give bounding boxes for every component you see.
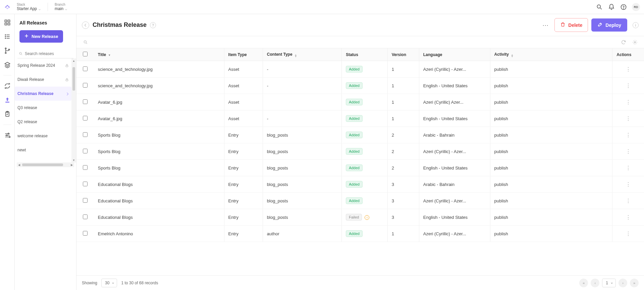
refresh-icon[interactable] — [620, 39, 627, 46]
dashboard-icon[interactable] — [4, 19, 11, 26]
row-actions-button[interactable]: ⋮ — [612, 61, 644, 78]
column-item-type[interactable]: Item Type — [224, 48, 263, 61]
scroll-right-arrow-icon[interactable]: ▶ — [69, 162, 74, 167]
page-number-select[interactable]: 1 — [602, 279, 616, 287]
row-checkbox[interactable] — [83, 66, 88, 71]
table-row: Educational BlogsEntryblog_postsAdded3Ar… — [76, 176, 644, 193]
column-version[interactable]: Version — [387, 48, 419, 61]
release-item[interactable]: welcome release — [15, 129, 71, 143]
fail-info-icon[interactable]: i — [365, 215, 369, 220]
cell-version: 1 — [387, 110, 419, 127]
table-row: Avatar_6.jpgAsset-Added1English - United… — [76, 110, 644, 127]
new-release-button[interactable]: New Release — [19, 30, 63, 43]
delete-button[interactable]: Delete — [554, 18, 588, 32]
release-item[interactable]: Q3 release — [15, 101, 71, 115]
more-actions-button[interactable]: ⋯ — [540, 21, 551, 29]
clipboard-icon[interactable] — [4, 110, 11, 118]
app-logo-icon[interactable] — [4, 4, 11, 10]
row-actions-button[interactable]: ⋮ — [612, 176, 644, 193]
row-checkbox[interactable] — [83, 182, 88, 186]
release-item[interactable]: Diwali Release — [15, 72, 71, 87]
scroll-left-arrow-icon[interactable]: ◀ — [17, 162, 21, 167]
first-page-button[interactable]: « — [579, 279, 588, 287]
scrollbar-horizontal[interactable]: ◀ ▶ — [17, 162, 74, 167]
table-row: Emelrich AntoninoEntryauthorAdded1Azeri … — [76, 226, 644, 242]
column-activity[interactable]: Activity▲▼ — [490, 48, 612, 61]
column-status[interactable]: Status — [342, 48, 387, 61]
stack-selector[interactable]: Stack Starter App — [17, 3, 48, 11]
list-icon[interactable] — [4, 33, 11, 40]
row-actions-button[interactable]: ⋮ — [612, 78, 644, 94]
row-checkbox[interactable] — [83, 116, 88, 120]
upload-icon[interactable] — [4, 96, 11, 104]
cell-activity: publish — [490, 94, 612, 110]
release-item[interactable]: newt — [15, 143, 71, 157]
row-actions-button[interactable]: ⋮ — [612, 143, 644, 160]
sync-icon[interactable] — [4, 82, 11, 90]
settings-icon[interactable] — [4, 132, 11, 139]
row-actions-button[interactable]: ⋮ — [612, 193, 644, 209]
user-avatar[interactable]: RD — [632, 3, 640, 11]
help-icon[interactable] — [620, 3, 627, 11]
cell-activity: publish — [490, 143, 612, 160]
row-checkbox[interactable] — [83, 132, 88, 137]
select-all-checkbox[interactable] — [83, 52, 88, 56]
row-actions-button[interactable]: ⋮ — [612, 160, 644, 176]
last-page-button[interactable]: » — [630, 279, 639, 287]
row-actions-button[interactable]: ⋮ — [612, 209, 644, 226]
scroll-up-arrow-icon[interactable]: ▲ — [71, 58, 76, 63]
content-area: Christmas Release ? ⋯ Delete Deploy i — [76, 14, 644, 290]
row-actions-button[interactable]: ⋮ — [612, 94, 644, 110]
status-badge: Added — [346, 82, 363, 89]
svg-point-10 — [5, 48, 6, 49]
table-settings-icon[interactable] — [631, 39, 639, 46]
cell-content-type: blog_posts — [263, 176, 341, 193]
column-language[interactable]: Language — [419, 48, 490, 61]
row-actions-button[interactable]: ⋮ — [612, 110, 644, 127]
row-checkbox[interactable] — [83, 198, 88, 203]
column-title[interactable]: Title▼ — [94, 48, 224, 61]
page-help-icon[interactable]: ? — [150, 22, 156, 28]
row-checkbox[interactable] — [83, 149, 88, 153]
column-content-type[interactable]: Content Type▲▼ — [263, 48, 341, 61]
row-checkbox[interactable] — [83, 99, 88, 104]
search-releases-input[interactable] — [17, 49, 73, 58]
scrollbar-vertical[interactable]: ▲ ▼ — [71, 58, 76, 162]
sort-icon: ▲▼ — [294, 54, 297, 57]
page-size-select[interactable]: 30 — [101, 279, 117, 287]
back-button[interactable] — [82, 21, 89, 29]
row-checkbox[interactable] — [83, 165, 88, 170]
row-checkbox[interactable] — [83, 214, 88, 219]
search-icon[interactable] — [596, 3, 603, 11]
cell-item-type: Entry — [224, 226, 263, 242]
release-item[interactable]: Spring Release 2024 — [15, 58, 71, 72]
column-checkbox — [76, 48, 94, 61]
table-search-icon[interactable] — [82, 39, 89, 46]
row-actions-button[interactable]: ⋮ — [612, 127, 644, 143]
branch-selector[interactable]: Branch main — [55, 3, 74, 11]
bell-icon[interactable] — [608, 3, 615, 11]
branch-icon[interactable] — [4, 47, 11, 54]
cell-activity: publish — [490, 61, 612, 78]
row-checkbox[interactable] — [83, 83, 88, 88]
status-badge: Added — [346, 66, 363, 72]
deploy-button[interactable]: Deploy — [591, 18, 627, 32]
cell-version: 2 — [387, 143, 419, 160]
info-icon[interactable]: i — [633, 22, 639, 28]
cell-activity: publish — [490, 176, 612, 193]
prev-page-button[interactable]: ‹ — [591, 279, 599, 287]
row-checkbox[interactable] — [83, 231, 88, 236]
release-item[interactable]: Q2 release — [15, 115, 71, 129]
scroll-down-arrow-icon[interactable]: ▼ — [71, 158, 76, 162]
svg-point-11 — [5, 52, 6, 53]
next-page-button[interactable]: › — [619, 279, 627, 287]
cell-item-type: Asset — [224, 110, 263, 127]
cell-content-type: author — [263, 226, 341, 242]
row-actions-button[interactable]: ⋮ — [612, 226, 644, 242]
cell-version: 1 — [387, 78, 419, 94]
layers-icon[interactable] — [4, 61, 11, 68]
release-item[interactable]: Christmas Release — [15, 87, 71, 101]
trash-icon — [560, 22, 566, 28]
status-badge: Failed — [346, 214, 362, 221]
cell-version: 1 — [387, 226, 419, 242]
